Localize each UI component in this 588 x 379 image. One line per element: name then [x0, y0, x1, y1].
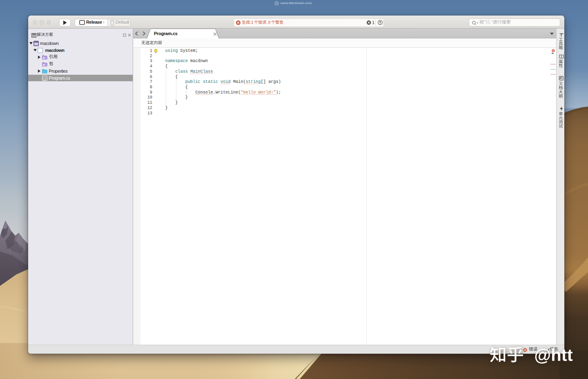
svg-text:{}: {} — [43, 77, 47, 80]
